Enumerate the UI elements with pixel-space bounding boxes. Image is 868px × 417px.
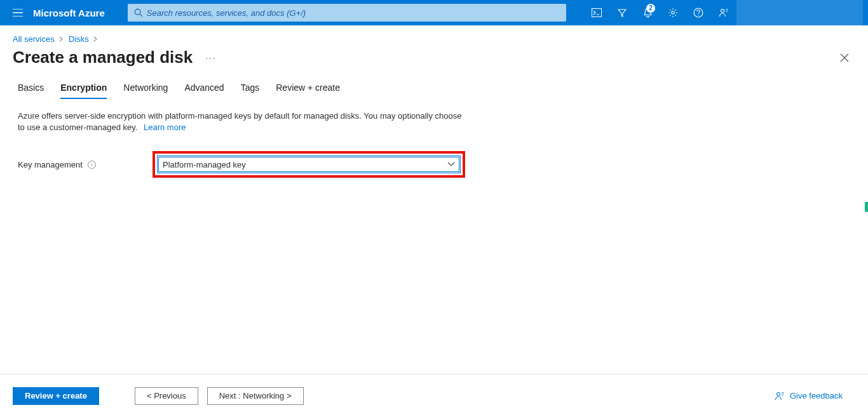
svg-rect-2 (592, 9, 602, 17)
breadcrumb-all-services[interactable]: All services (13, 34, 55, 44)
brand-name[interactable]: Microsoft Azure (33, 8, 105, 18)
close-icon (840, 53, 849, 62)
close-blade-button[interactable] (840, 53, 849, 62)
info-icon[interactable]: i (88, 161, 96, 169)
search-placeholder: Search resources, services, and docs (G+… (147, 8, 306, 18)
tab-encryption[interactable]: Encryption (60, 77, 107, 99)
breadcrumb: All services Disks (0, 25, 868, 44)
tab-networking[interactable]: Networking (123, 77, 168, 99)
tab-advanced[interactable]: Advanced (184, 77, 224, 99)
help-icon (693, 8, 703, 18)
key-management-label: Key management (18, 160, 83, 169)
key-management-value: Platform-managed key (163, 160, 246, 169)
feedback-button[interactable] (711, 0, 736, 25)
feedback-person-icon (775, 391, 785, 401)
svg-point-7 (776, 392, 780, 395)
tab-bar: Basics Encryption Networking Advanced Ta… (0, 77, 868, 99)
cloud-shell-button[interactable] (584, 0, 609, 25)
global-search-input[interactable]: Search resources, services, and docs (G+… (128, 4, 566, 22)
search-icon (134, 8, 143, 17)
svg-point-5 (698, 15, 698, 15)
account-area[interactable] (736, 0, 863, 25)
previous-button[interactable]: < Previous (135, 387, 198, 405)
svg-point-0 (135, 9, 140, 15)
highlight-annotation: Platform-managed key (153, 151, 465, 178)
chevron-down-icon (447, 162, 455, 167)
svg-point-4 (694, 8, 703, 17)
feedback-person-icon (719, 8, 729, 18)
tab-content: Azure offers server-side encryption with… (0, 99, 483, 178)
breadcrumb-disks[interactable]: Disks (69, 34, 89, 44)
next-button[interactable]: Next : Networking > (207, 387, 304, 405)
hamburger-menu-button[interactable] (10, 5, 25, 20)
tab-review-create[interactable]: Review + create (276, 77, 340, 99)
filter-icon (617, 8, 627, 18)
give-feedback-label: Give feedback (790, 391, 843, 400)
top-header: Microsoft Azure Search resources, servic… (0, 0, 868, 25)
svg-line-1 (140, 14, 142, 17)
notification-badge: 2 (646, 4, 655, 13)
notifications-button[interactable]: 2 (635, 0, 660, 25)
help-button[interactable] (686, 0, 711, 25)
settings-button[interactable] (660, 0, 686, 25)
encryption-description: Azure offers server-side encryption with… (18, 110, 465, 133)
learn-more-link[interactable]: Learn more (144, 122, 186, 132)
more-actions-button[interactable]: ··· (205, 53, 217, 63)
chevron-right-icon (59, 34, 64, 44)
svg-point-6 (721, 10, 724, 13)
description-text: Azure offers server-side encryption with… (18, 111, 462, 132)
svg-point-3 (672, 11, 674, 14)
review-create-button[interactable]: Review + create (13, 387, 99, 405)
key-management-label-group: Key management i (18, 160, 153, 169)
tab-basics[interactable]: Basics (18, 77, 44, 99)
tab-tags[interactable]: Tags (241, 77, 260, 99)
key-management-row: Key management i Platform-managed key (18, 151, 465, 178)
gear-icon (668, 8, 678, 18)
page-title-row: Create a managed disk ··· (0, 44, 868, 77)
header-icon-group: 2 (584, 0, 736, 25)
chevron-right-icon (93, 34, 98, 44)
key-management-dropdown[interactable]: Platform-managed key (157, 156, 461, 173)
cloud-shell-icon (592, 8, 602, 17)
side-tab-marker[interactable] (865, 202, 868, 212)
wizard-footer: Review + create < Previous Next : Networ… (0, 374, 868, 417)
hamburger-icon (13, 9, 23, 17)
directory-filter-button[interactable] (609, 0, 635, 25)
give-feedback-link[interactable]: Give feedback (775, 391, 843, 401)
page-title: Create a managed disk (13, 48, 193, 67)
